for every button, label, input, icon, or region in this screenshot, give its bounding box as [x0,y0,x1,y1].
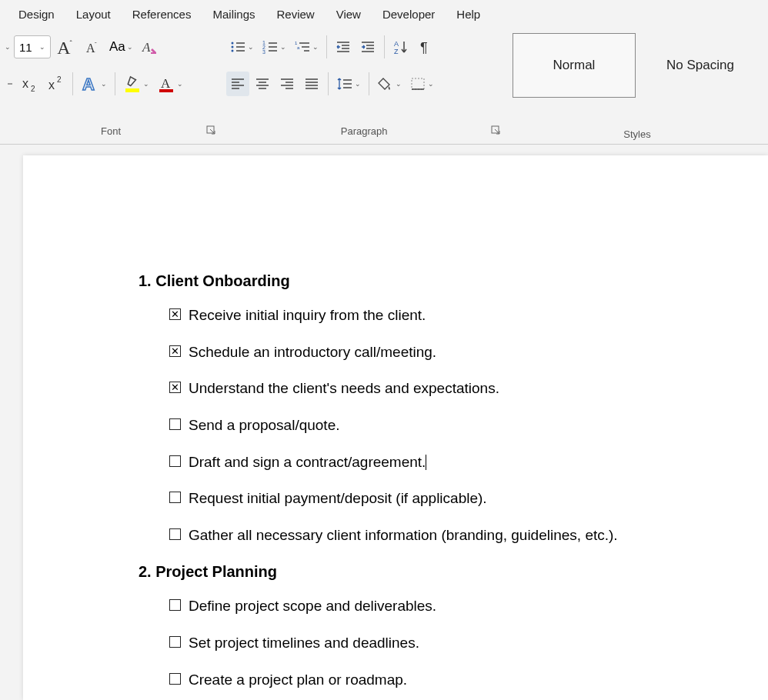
checkbox-icon[interactable] [169,345,181,357]
svg-text:¶: ¶ [420,40,428,55]
show-paragraph-marks-button[interactable]: ¶ [414,35,437,59]
checklist-text[interactable]: Create a project plan or roadmap. [189,670,407,690]
svg-text:a: a [297,45,300,50]
highlight-button[interactable]: ⌄ [120,72,152,96]
chevron-down-icon: ⌄ [101,80,107,88]
checklist-item[interactable]: Receive initial inquiry from the client. [169,305,722,325]
align-right-button[interactable] [275,72,299,96]
checkbox-icon[interactable] [169,382,181,393]
svg-text:Z: Z [394,48,399,55]
superscript-button[interactable]: x2 [43,72,68,96]
multilevel-list-button[interactable]: 1a ⌄ [291,35,322,59]
align-center-button[interactable] [251,72,274,96]
style-normal[interactable]: Normal [513,33,636,98]
checklist-text[interactable]: Receive initial inquiry from the client. [189,305,426,325]
subscript-button[interactable]: x2 [17,72,42,96]
checklist-item[interactable]: Request initial payment/deposit (if appl… [169,488,722,508]
font-group-label: Font [101,122,121,141]
font-dialog-launcher[interactable] [206,125,217,136]
chevron-down-icon: ⌄ [143,80,149,88]
shrink-font-button[interactable]: Aˇ [80,35,105,59]
font-name-dropdown[interactable]: ⌄ [5,43,11,51]
align-left-button[interactable] [226,72,249,96]
checklist-text[interactable]: Define project scope and deliverables. [189,596,436,616]
style-no-spacing-label: No Spacing [666,58,734,73]
shading-button[interactable]: ⌄ [374,72,405,96]
svg-point-18 [232,50,234,52]
style-no-spacing[interactable]: No Spacing [639,33,762,98]
chevron-down-icon: ⌄ [280,43,286,51]
sort-button[interactable]: AZ [389,35,412,59]
checklist-text[interactable]: Request initial payment/deposit (if appl… [189,488,487,508]
checkbox-icon[interactable] [169,528,181,540]
font-size-input[interactable]: 11 ⌄ [14,35,51,58]
svg-text:A: A [161,76,171,91]
svg-text:A: A [394,40,399,48]
increase-indent-button[interactable] [356,35,379,59]
ribbon: ⌄ 11 ⌄ Aˆ Aˇ Aa ⌄ A [0,25,768,145]
svg-text:2: 2 [31,85,35,93]
borders-button[interactable]: ⌄ [406,72,437,96]
checklist-text[interactable]: Draft and sign a contract/agreement. [189,452,426,472]
document-page[interactable]: 1. Client Onboarding Receive initial inq… [23,155,768,700]
tab-view[interactable]: View [326,5,372,24]
chevron-down-icon: ⌄ [428,80,434,88]
checkbox-icon[interactable] [169,673,181,685]
checklist-item[interactable]: Gather all necessary client information … [169,525,722,545]
paragraph-group-label: Paragraph [341,122,388,141]
paragraph-dialog-launcher[interactable] [491,125,502,136]
svg-rect-5 [151,52,156,54]
justify-button[interactable] [300,72,323,96]
checkbox-icon[interactable] [169,308,181,320]
tab-layout[interactable]: Layout [65,5,122,24]
change-case-button[interactable]: Aa ⌄ [106,35,136,59]
tab-references[interactable]: References [122,5,202,24]
checklist-item[interactable]: Send a proposal/quote. [169,415,722,435]
checkbox-icon[interactable] [169,636,181,648]
chevron-down-icon: ⌄ [177,80,183,88]
decrease-indent-button[interactable] [332,35,355,59]
style-normal-label: Normal [553,58,596,73]
checklist-text[interactable]: Set project timelines and deadlines. [189,633,419,653]
checklist-text[interactable]: Schedule an introductory call/meeting. [189,342,436,362]
checklist-text[interactable]: Gather all necessary client information … [189,525,618,545]
svg-text:3: 3 [262,49,265,55]
chevron-down-icon: ⌄ [355,80,361,88]
svg-rect-14 [159,89,173,92]
section-heading: 2. Project Planning [139,562,722,582]
checklist-item[interactable]: Create a project plan or roadmap. [169,670,722,690]
bullets-button[interactable]: ⌄ [226,35,257,59]
checkbox-icon[interactable] [169,418,181,430]
styles-group-label: Styles [623,125,650,144]
svg-point-16 [232,42,234,45]
tab-design[interactable]: Design [8,5,65,24]
font-color-button[interactable]: A ⌄ [154,72,186,96]
clear-formatting-button[interactable]: A [138,35,162,59]
line-spacing-button[interactable]: ⌄ [333,72,364,96]
tab-developer[interactable]: Developer [372,5,446,24]
strikethrough-button[interactable] [5,72,15,96]
tab-mailings[interactable]: Mailings [202,5,265,24]
chevron-down-icon: ⌄ [396,80,402,88]
text-effects-button[interactable]: A ⌄ [78,72,110,96]
tab-review[interactable]: Review [266,5,326,24]
checkbox-icon[interactable] [169,455,181,467]
checklist-text[interactable]: Understand the client's needs and expect… [189,378,499,398]
document-content[interactable]: 1. Client Onboarding Receive initial inq… [139,271,722,689]
chevron-down-icon: ⌄ [248,43,254,51]
checklist-item[interactable]: Define project scope and deliverables. [169,596,722,616]
svg-text:A: A [142,40,151,55]
checklist-item[interactable]: Understand the client's needs and expect… [169,378,722,398]
tab-help[interactable]: Help [446,5,491,24]
ribbon-tabs: Design Layout References Mailings Review… [0,0,768,25]
section-heading: 1. Client Onboarding [139,271,722,292]
checkbox-icon[interactable] [169,599,181,611]
checkbox-icon[interactable] [169,492,181,503]
checklist-item[interactable]: Schedule an introductory call/meeting. [169,342,722,362]
numbering-button[interactable]: 123 ⌄ [259,35,289,59]
checklist-item[interactable]: Draft and sign a contract/agreement. [169,452,722,472]
checklist-item[interactable]: Set project timelines and deadlines. [169,633,722,653]
checklist-text[interactable]: Send a proposal/quote. [189,415,340,435]
font-size-dropdown[interactable]: ⌄ [39,43,45,51]
grow-font-button[interactable]: Aˆ [52,35,78,59]
